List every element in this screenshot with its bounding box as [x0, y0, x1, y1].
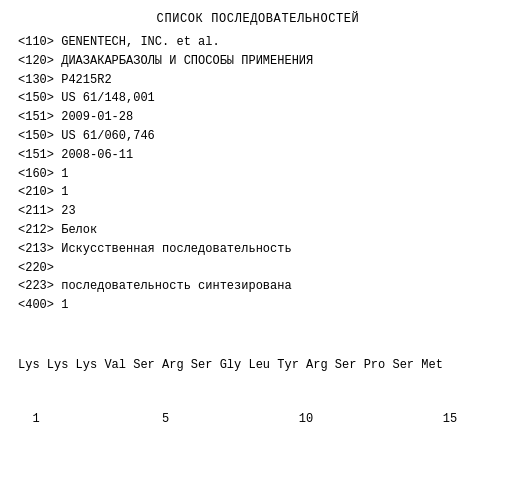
entry-160: <160> 1 — [18, 166, 498, 183]
page-container: СПИСОК ПОСЛЕДОВАТЕЛЬНОСТЕЙ <110> GENENTE… — [0, 0, 516, 500]
entry-210: <210> 1 — [18, 184, 498, 201]
seq-row1-residues: Lys Lys Lys Val Ser Arg Ser Gly Leu Tyr … — [18, 356, 498, 374]
entry-120: <120> ДИАЗАКАРБАЗОЛЫ И СПОСОБЫ ПРИМЕНЕНИ… — [18, 53, 498, 70]
entry-150b: <150> US 61/060,746 — [18, 128, 498, 145]
entry-150a: <150> US 61/148,001 — [18, 90, 498, 107]
entry-151b: <151> 2008-06-11 — [18, 147, 498, 164]
entry-220: <220> — [18, 260, 498, 277]
entry-223: <223> последовательность синтезирована — [18, 278, 498, 295]
entry-110: <110> GENENTECH, INC. et al. — [18, 34, 498, 51]
page-title: СПИСОК ПОСЛЕДОВАТЕЛЬНОСТЕЙ — [18, 12, 498, 26]
entry-213: <213> Искусственная последовательность — [18, 241, 498, 258]
entry-211: <211> 23 — [18, 203, 498, 220]
sequence-block: Lys Lys Lys Val Ser Arg Ser Gly Leu Tyr … — [18, 320, 498, 500]
entry-130: <130> P4215R2 — [18, 72, 498, 89]
seq-row2-blank — [18, 464, 498, 482]
seq-row1-numbers: 1 5 10 15 — [18, 410, 498, 428]
entry-151a: <151> 2009-01-28 — [18, 109, 498, 126]
entry-212: <212> Белок — [18, 222, 498, 239]
entry-400: <400> 1 — [18, 297, 498, 314]
